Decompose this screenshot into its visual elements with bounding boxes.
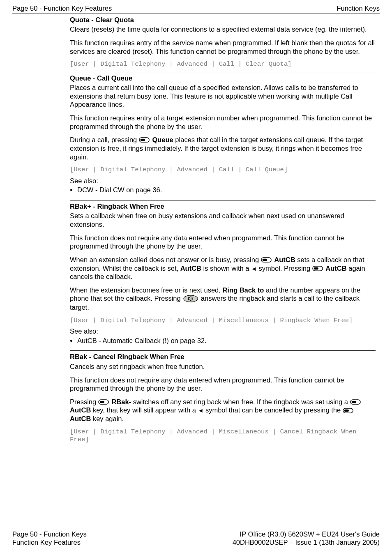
button-key-icon <box>343 408 353 413</box>
button-key-icon <box>350 399 361 405</box>
list-item: DCW - Dial CW on page 36. <box>77 186 376 194</box>
code-path: [User | Digital Telephony | Advanced | C… <box>70 166 376 174</box>
section-title-rbak: RBak - Cancel Ringback When Free <box>70 352 376 361</box>
page-footer: Page 50 - Function Keys IP Office (R3.0)… <box>12 529 380 547</box>
main-content: Quota - Clear Quota Clears (resets) the … <box>70 16 376 444</box>
body-text: This function requires entry of the serv… <box>70 39 376 55</box>
section-title-rbakplus: RBak+ - Ringback When Free <box>70 202 376 211</box>
body-text: This function does not require any data … <box>70 376 376 393</box>
see-also-list: DCW - Dial CW on page 36. <box>70 186 376 194</box>
body-text: Clears (resets) the time quota for conne… <box>70 25 376 34</box>
section-title-queue: Queue - Call Queue <box>70 74 376 83</box>
body-text: During a call, pressing Queue places tha… <box>70 136 376 161</box>
body-text: Cancels any set ringback when free funct… <box>70 362 376 371</box>
divider <box>70 350 376 351</box>
button-key-icon <box>261 257 272 263</box>
body-text: This function requires entry of a target… <box>70 114 376 131</box>
body-text: Places a current call into the call queu… <box>70 83 376 109</box>
body-text: Pressing RBak- switches off any set ring… <box>70 398 376 423</box>
header-left: Page 50 - Function Key Features <box>12 4 112 13</box>
body-text: When the extension becomes free or is ne… <box>70 286 376 312</box>
header-right: Function Keys <box>337 4 380 13</box>
list-item: AutCB - Automatic Callback (!) on page 3… <box>77 336 376 345</box>
divider <box>70 72 376 72</box>
left-triangle-icon: ◄ <box>198 407 203 415</box>
button-key-icon <box>312 266 323 271</box>
body-text: Sets a callback when free on busy extens… <box>70 212 376 228</box>
left-triangle-icon: ◄ <box>251 265 257 273</box>
code-path: [User | Digital Telephony | Advanced | M… <box>70 428 376 444</box>
code-path: [User | Digital Telephony | Advanced | M… <box>70 317 376 325</box>
section-title-quota: Quota - Clear Quota <box>70 16 376 24</box>
see-also-list: AutCB - Automatic Callback (!) on page 3… <box>70 336 376 345</box>
speaker-key-icon <box>183 295 198 302</box>
footer-right-2: 40DHB0002USEP – Issue 1 (13th January 20… <box>233 538 380 547</box>
see-also-label: See also: <box>70 177 376 185</box>
footer-left-2: Function Key Features <box>12 538 81 547</box>
see-also-label: See also: <box>70 327 376 336</box>
button-key-icon <box>139 137 150 143</box>
body-text: This function does not require any data … <box>70 234 376 251</box>
divider <box>70 200 376 200</box>
code-path: [User | Digital Telephony | Advanced | C… <box>70 60 376 68</box>
page-header: Page 50 - Function Key Features Function… <box>12 4 380 14</box>
body-text: When an extension called does not answer… <box>70 256 376 281</box>
divider <box>12 529 380 529</box>
footer-left-1: Page 50 - Function Keys <box>12 530 87 539</box>
button-key-icon <box>98 399 109 405</box>
footer-right-1: IP Office (R3.0) 5620SW + EU24 User's Gu… <box>240 530 380 539</box>
